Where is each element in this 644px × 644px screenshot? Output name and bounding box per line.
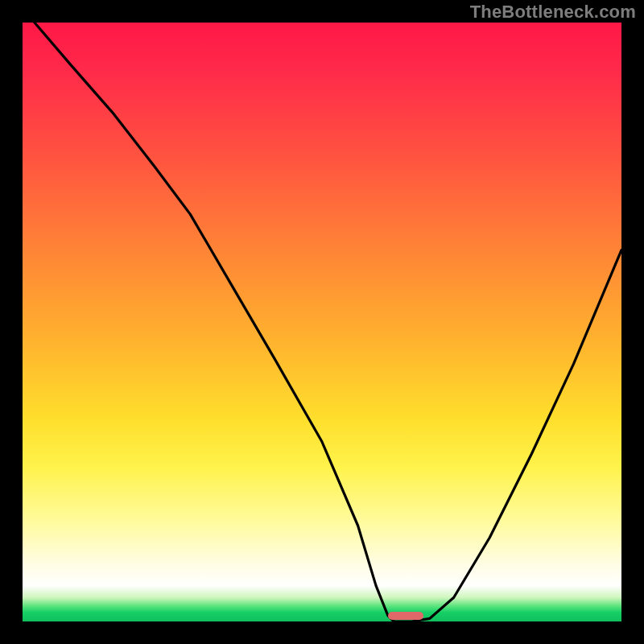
plot-area: [23, 23, 621, 621]
background-gradient: [23, 23, 621, 621]
optimal-marker: [388, 612, 424, 620]
chart-frame: TheBottleneck.com: [0, 0, 644, 644]
watermark-text: TheBottleneck.com: [470, 2, 636, 23]
